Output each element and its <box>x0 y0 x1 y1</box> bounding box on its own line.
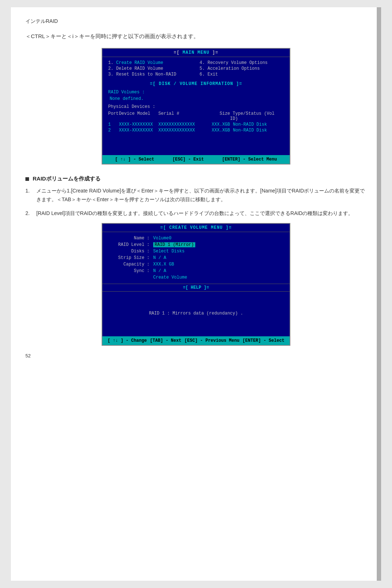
row2-serial: XXXXXXXXXXXXXX <box>158 128 205 133</box>
row1-serial: XXXXXXXXXXXXXX <box>158 122 205 127</box>
disk-volume-label: DISK / VOLUME INFORMATION <box>159 81 236 86</box>
scroll-bar[interactable] <box>377 7 381 581</box>
bios-table-header: Port Device Model Serial # Size Type/Sta… <box>108 111 284 122</box>
help-text: RAID 1 : Mirrors data (redundancy) . <box>149 311 243 316</box>
row2-size: XXX.XGB <box>205 128 230 133</box>
bios-create-screen: =[ CREATE VOLUME MENU ]= Name : Volume0 … <box>102 223 290 346</box>
menu-item-4[interactable]: 4. Recovery Volume Options <box>200 60 284 66</box>
col-header-device: Device Model <box>119 111 159 121</box>
bios-create-title: =[ CREATE VOLUME MENU ]= <box>102 224 290 232</box>
cv-row-create: Create Volume <box>117 274 275 281</box>
menu-left: 1. Create RAID Volume 2. Delete RAID Vol… <box>108 60 192 77</box>
col-header-size: Size <box>205 111 230 121</box>
raid-volumes-label: RAID Volumes : <box>108 90 284 95</box>
table-row: 2 XXXX-XXXXXXXX XXXXXXXXXXXXXX XXX.XGB N… <box>108 127 284 133</box>
menu-item-3[interactable]: 3. Reset Disks to Non-RAID <box>108 72 192 77</box>
bios-create-footer: [ ↑↓ ] - Change [TAB] - Next [ESC] - Pre… <box>102 336 290 345</box>
row1-device: XXXX-XXXXXXXX <box>119 122 159 127</box>
menu-num-5: 5. <box>200 66 205 71</box>
none-defined-label: None defined. <box>108 96 284 101</box>
help-label: HELP <box>188 285 204 290</box>
bios-main-footer: [ ↑↓ ] - Select [ESC] - Exit [ENTER] - S… <box>102 155 290 164</box>
bios-main-title: =[ MAIN MENU ]= <box>102 49 290 57</box>
bullet-heading-text: RAIDボリュームを作成する <box>33 175 101 182</box>
row1-port: 1 <box>108 122 119 127</box>
page-number: 52 <box>25 353 367 358</box>
footer-exit: [ESC] - Exit <box>172 157 204 162</box>
bracket-right: ]= <box>212 50 218 55</box>
cv-label-name: Name : <box>117 236 153 241</box>
cv-label-capacity: Capacity : <box>117 262 153 267</box>
bullet-icon <box>25 177 29 181</box>
cv-row-strip: Strip Size : N / A <box>117 255 275 261</box>
numbered-item-2: 2. [RAID Level]項目でRAIDの種類を変更します。接続しているハー… <box>25 209 367 218</box>
cv-row-disks: Disks : Select Disks <box>117 248 275 255</box>
menu-item-2[interactable]: 2. Delete RAID Volume <box>108 66 192 72</box>
menu-num-3: 3. <box>108 72 114 77</box>
cv-value-sync: N / A <box>153 268 166 273</box>
cv-label-sync: Sync : <box>117 268 153 273</box>
page-container: インテルRAID ＜CTRL＞キーと＜i＞キーを同時に押すと以下の画面が表示され… <box>11 7 381 581</box>
footer-select2: [ENTER] - Select <box>242 338 284 343</box>
col-header-type: Type/Status (Vol ID) <box>230 111 284 121</box>
empty-space <box>108 133 284 151</box>
menu-num-1: 1. <box>108 60 114 65</box>
cv-value-name: Volume0 <box>153 236 171 241</box>
physical-devices-label: Physical Devices : <box>108 104 284 109</box>
disk-volume-section-title: =[ DISK / VOLUME INFORMATION ]= <box>102 80 290 88</box>
menu-label-4: Recovery Volume Options <box>208 60 268 65</box>
menu-num-6: 6. <box>200 72 205 77</box>
row2-port: 2 <box>108 128 119 133</box>
bios-info-area: RAID Volumes : None defined. Physical De… <box>102 88 290 154</box>
menu-label-5: Acceleration Options <box>208 66 260 71</box>
menu-row: 1. Create RAID Volume 2. Delete RAID Vol… <box>108 59 284 78</box>
page-title: インテルRAID <box>25 18 367 25</box>
cv-row-sync: Sync : N / A <box>117 268 275 274</box>
bullet-heading: RAIDボリュームを作成する <box>25 175 367 182</box>
row1-size: XXX.XGB <box>205 122 230 127</box>
col-header-port: Port <box>108 111 119 121</box>
menu-item-6[interactable]: 6. Exit <box>200 72 284 77</box>
menu-num-2: 2. <box>108 66 114 71</box>
cv-row-name: Name : Volume0 <box>117 235 275 242</box>
menu-item-5[interactable]: 5. Acceleration Options <box>200 66 284 72</box>
cv-value-strip: N / A <box>153 255 166 260</box>
menu-right: 4. Recovery Volume Options 5. Accelerati… <box>200 60 284 77</box>
cv-value-capacity: XXX.X GB <box>153 262 174 267</box>
help-title-bar: =[ HELP ]= <box>102 284 290 291</box>
footer-change: [ ↑↓ ] - Change <box>107 338 147 343</box>
row2-device: XXXX-XXXXXXXX <box>119 128 159 133</box>
footer-prev: [ESC] - Previous Menu <box>184 338 239 343</box>
cv-label-disks: Disks : <box>117 249 153 254</box>
item1-num: 1. <box>25 187 36 204</box>
footer-tab: [TAB] - Next <box>150 338 181 343</box>
cv-value-disks: Select Disks <box>153 249 184 254</box>
item2-num: 2. <box>25 209 36 218</box>
create-volume-label: CREATE VOLUME MENU <box>166 225 226 230</box>
intro-text: ＜CTRL＞キーと＜i＞キーを同時に押すと以下の画面が表示されます。 <box>25 32 367 41</box>
row1-type: Non-RAID Disk <box>230 122 284 127</box>
menu-label-2: Delete RAID Volume <box>116 66 163 71</box>
cv-value-create: Create Volume <box>153 275 187 280</box>
cv-value-raid-level: RAID 1 (Mirror) <box>153 242 195 247</box>
menu-label-1: Create RAID Volume <box>116 60 163 65</box>
item1-content: メニューから1.[Create RAID Volume]を選び＜Enter＞キー… <box>36 187 367 204</box>
item2-content: [RAID Level]項目でRAIDの種類を変更します。接続しているハードドラ… <box>36 209 367 218</box>
menu-num-4: 4. <box>200 60 205 65</box>
cv-row-capacity: Capacity : XXX.X GB <box>117 261 275 268</box>
table-row: 1 XXXX-XXXXXXXX XXXXXXXXXXXXXX XXX.XGB N… <box>108 122 284 127</box>
cv-label-strip: Strip Size : <box>117 255 153 260</box>
cv-label-empty <box>117 275 153 280</box>
footer-select: [ ↑↓ ] - Select <box>115 157 154 162</box>
main-menu-label: MAIN MENU <box>183 50 212 55</box>
menu-item-1[interactable]: 1. Create RAID Volume <box>108 60 192 66</box>
bracket-left: =[ <box>173 50 183 55</box>
menu-label-6: Exit <box>208 72 218 77</box>
bios-menu-area: 1. Create RAID Volume 2. Delete RAID Vol… <box>102 57 290 80</box>
bios-main-screen: =[ MAIN MENU ]= 1. Create RAID Volume 2.… <box>102 48 290 165</box>
bullet-section: RAIDボリュームを作成する 1. メニューから1.[Create RAID V… <box>25 175 367 218</box>
cv-label-raid-level: RAID Level : <box>117 242 153 247</box>
cv-row-raid-level: RAID Level : RAID 1 (Mirror) <box>117 242 275 248</box>
numbered-item-1: 1. メニューから1.[Create RAID Volume]を選び＜Enter… <box>25 187 367 204</box>
row2-type: Non-RAID Disk <box>230 128 284 133</box>
